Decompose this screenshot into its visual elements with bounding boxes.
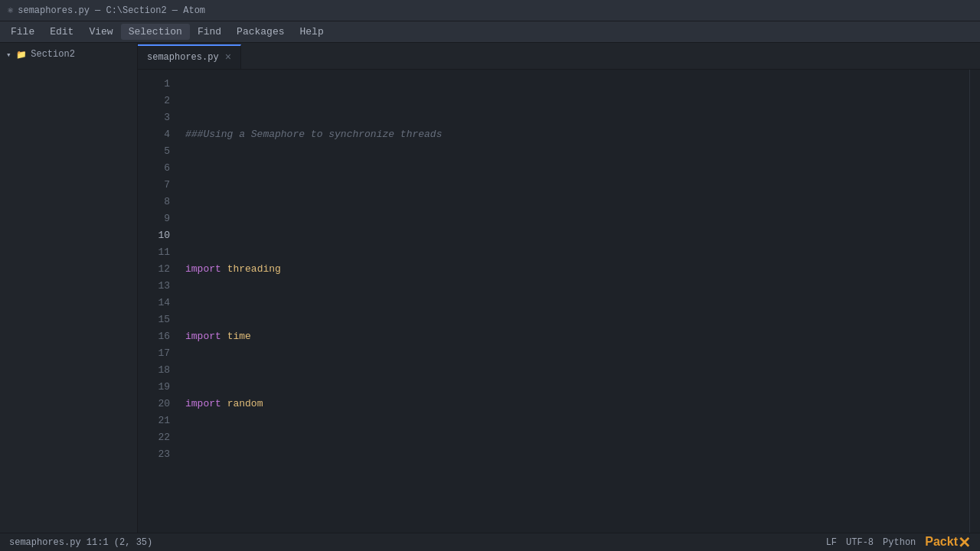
sidebar-label: Section2 xyxy=(31,49,75,60)
line-num-18: 18 xyxy=(150,362,170,379)
scrollbar-track[interactable] xyxy=(969,70,980,533)
code-editor[interactable]: 1 2 3 4 5 6 7 8 9 10 11 12 13 14 15 16 1… xyxy=(138,70,980,533)
status-encoding[interactable]: UTF-8 xyxy=(846,537,874,548)
line-num-20: 20 xyxy=(150,396,170,412)
titlebar: ⚛ semaphores.py — C:\Section2 — Atom xyxy=(0,0,980,21)
packt-logo: Packt✕ xyxy=(925,533,971,552)
line-num-3: 3 xyxy=(150,109,170,126)
line-num-9: 9 xyxy=(150,210,170,227)
menu-help[interactable]: Help xyxy=(292,24,332,40)
line-num-23: 23 xyxy=(150,446,170,463)
sidebar-item-section2[interactable]: ▾ 📁 Section2 xyxy=(0,46,137,63)
line-num-4: 4 xyxy=(150,126,170,143)
app-icon: ⚛ xyxy=(8,5,13,16)
tabbar: semaphores.py × xyxy=(138,43,980,70)
line-num-7: 7 xyxy=(150,177,170,194)
menu-edit[interactable]: Edit xyxy=(42,24,81,40)
sidebar: ▾ 📁 Section2 xyxy=(0,43,138,533)
line-num-16: 16 xyxy=(150,328,170,345)
status-lineending[interactable]: LF xyxy=(826,537,837,548)
line-num-2: 2 xyxy=(150,93,170,109)
menu-find[interactable]: Find xyxy=(190,24,229,40)
line-num-17: 17 xyxy=(150,345,170,362)
menu-selection[interactable]: Selection xyxy=(121,24,190,40)
menu-view[interactable]: View xyxy=(81,24,120,40)
status-language[interactable]: Python xyxy=(883,537,916,548)
line-num-13: 13 xyxy=(150,278,170,295)
code-line-5: import random xyxy=(182,396,969,412)
main-layout: ▾ 📁 Section2 semaphores.py × 1 2 3 4 5 6… xyxy=(0,43,980,533)
editor-area: semaphores.py × 1 2 3 4 5 6 7 8 9 10 11 … xyxy=(138,43,980,533)
menu-packages[interactable]: Packages xyxy=(229,24,292,40)
line-num-8: 8 xyxy=(150,194,170,210)
status-right: LF UTF-8 Python Packt✕ xyxy=(826,533,971,552)
code-line-6 xyxy=(182,463,969,480)
line-num-21: 21 xyxy=(150,412,170,429)
code-line-4: import time xyxy=(182,328,969,345)
line-num-1: 1 xyxy=(150,76,170,93)
line-num-19: 19 xyxy=(150,379,170,396)
code-content[interactable]: ###Using a Semaphore to synchronize thre… xyxy=(176,70,969,533)
code-line-3: import threading xyxy=(182,261,969,278)
line-num-14: 14 xyxy=(150,295,170,311)
line-num-15: 15 xyxy=(150,311,170,328)
title-text: semaphores.py — C:\Section2 — Atom xyxy=(18,5,205,16)
tab-semaphores[interactable]: semaphores.py × xyxy=(138,44,241,69)
line-numbers: 1 2 3 4 5 6 7 8 9 10 11 12 13 14 15 16 1… xyxy=(138,70,176,533)
line-num-10: 10 xyxy=(150,227,170,244)
line-num-11: 11 xyxy=(150,244,170,261)
line-num-6: 6 xyxy=(150,160,170,177)
line-num-12: 12 xyxy=(150,261,170,278)
code-line-2 xyxy=(182,194,969,210)
line-num-22: 22 xyxy=(150,429,170,446)
menu-file[interactable]: File xyxy=(3,24,42,40)
statusbar: semaphores.py 11:1 (2, 35) LF UTF-8 Pyth… xyxy=(0,533,980,551)
folder-icon: ▾ 📁 xyxy=(6,50,27,60)
status-left: semaphores.py 11:1 (2, 35) xyxy=(9,537,152,548)
line-num-5: 5 xyxy=(150,143,170,160)
tab-label: semaphores.py xyxy=(147,52,219,63)
tab-close-button[interactable]: × xyxy=(225,51,231,64)
menubar: File Edit View Selection Find Packages H… xyxy=(0,21,980,43)
code-line-1: ###Using a Semaphore to synchronize thre… xyxy=(182,126,969,143)
status-file: semaphores.py 11:1 (2, 35) xyxy=(9,537,152,548)
